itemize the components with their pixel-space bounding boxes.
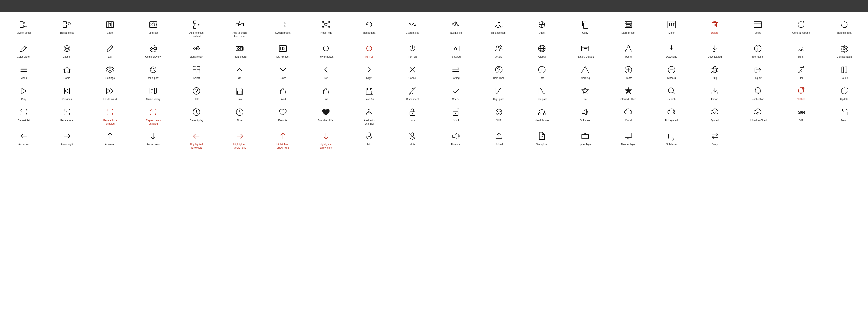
cabsim-icon	[62, 43, 72, 54]
music-library-label: Music library	[146, 98, 160, 101]
sorting-label: Sorting	[452, 77, 460, 80]
return-label: Return	[840, 119, 848, 122]
highlighted-arrow-left-icon	[192, 131, 201, 141]
time-label: Time	[237, 119, 242, 122]
add-to-chain-vertical-label: Add to chain vertical	[187, 31, 206, 38]
svg-line-161	[673, 92, 675, 94]
svg-rect-14	[193, 26, 196, 28]
svg-point-74	[237, 48, 240, 50]
svg-marker-83	[454, 47, 457, 50]
import-label: Import	[711, 98, 718, 101]
icon-cell-link: Link	[779, 61, 823, 83]
icon-cell-recent-play: Recent play	[175, 104, 218, 128]
repeat-list-icon	[19, 107, 28, 117]
repeat-one-label: Repeat one	[60, 119, 73, 122]
svg-line-100	[803, 50, 803, 51]
icon-cell-discard: Discard	[650, 61, 693, 83]
volumes-icon	[581, 107, 590, 117]
global-label: Global	[538, 55, 546, 59]
arrow-right-icon	[62, 131, 72, 141]
notification-label: Notification	[752, 98, 764, 101]
upload-to-cloud-icon	[753, 107, 763, 117]
icon-cell-swap: Swap	[693, 128, 736, 152]
svg-point-106	[150, 67, 156, 73]
factory-default-label: Factory Default	[577, 55, 594, 59]
users-icon	[624, 43, 633, 54]
reset-effect-label: Reset effect	[60, 31, 74, 35]
save-icon	[235, 86, 244, 96]
fastforward-label: Fastforward	[103, 98, 117, 101]
svg-line-61	[24, 47, 26, 48]
icon-cell-dsp-preset: DSP preset	[261, 40, 305, 61]
svg-line-66	[111, 47, 112, 48]
add-to-chain-vertical-icon	[192, 20, 201, 30]
svg-text:1: 1	[66, 111, 68, 114]
disconnect-label: Disconnect	[406, 98, 418, 101]
board-icon	[753, 20, 763, 30]
svg-rect-150	[238, 88, 241, 90]
deeper-layer-icon	[624, 131, 633, 141]
icon-cell-turn-off: Turn off	[347, 40, 391, 61]
header	[0, 0, 868, 12]
unlock-icon	[451, 107, 460, 117]
svg-rect-78	[280, 47, 282, 50]
svg-point-174	[412, 113, 413, 114]
create-icon	[624, 65, 633, 75]
mixer-icon	[667, 20, 676, 30]
recent-play-label: Recent play	[190, 119, 203, 122]
svg-rect-154	[368, 88, 370, 90]
liked-icon	[278, 86, 287, 96]
svg-rect-13	[193, 21, 196, 23]
icon-cell-notified: Notified	[779, 83, 823, 104]
icon-cell-low-pass: Low pass	[521, 83, 564, 104]
icon-cell-not-synced: Not synced	[650, 104, 693, 128]
assign-to-channel-icon	[365, 107, 374, 117]
favorite-irs-icon	[451, 20, 460, 30]
icon-cell-repeat-one: 1Repeat one	[45, 104, 89, 128]
svg-point-122	[498, 71, 499, 72]
icon-cell-save-as: Save As	[347, 83, 391, 104]
search-label: Search	[668, 98, 676, 101]
import-icon	[710, 86, 719, 96]
return-icon	[840, 107, 849, 117]
svg-rect-23	[279, 22, 283, 24]
icon-cell-upload: Upload	[477, 128, 521, 152]
icon-cell-delete: Delete	[693, 16, 736, 40]
select-label: Select	[193, 77, 200, 80]
icon-cell-highlighted-arrow-right2: Highlighted arrow right	[261, 128, 305, 152]
highlighted-arrow-right3-label: Highlighted arrow right	[316, 143, 336, 149]
svg-rect-206	[625, 133, 632, 138]
mixer-label: Mixer	[669, 31, 675, 35]
icon-cell-board: Board	[736, 16, 780, 40]
sorting-icon	[451, 65, 460, 75]
svg-rect-115	[197, 70, 200, 73]
icon-cell-chain-preview: Chain preview	[132, 40, 175, 61]
link-label: Link	[799, 77, 803, 80]
log-out-label: Log out	[753, 77, 762, 80]
down-label: Down	[280, 77, 286, 80]
download-icon	[667, 43, 676, 54]
repeat-list-enabled-label: Repeat list - enabled	[100, 119, 120, 125]
tuner-icon	[796, 43, 806, 54]
information-icon	[753, 43, 763, 54]
high-pass-icon	[494, 86, 503, 96]
headphones-icon	[537, 107, 547, 117]
copy-icon	[581, 20, 590, 30]
warning-label: Warning	[581, 77, 590, 80]
repeat-one-enabled-icon: 1	[149, 107, 158, 117]
info-icon	[537, 65, 547, 75]
upload-label: Upload	[495, 143, 503, 146]
upload-to-cloud-label: Upload to Cloud	[749, 119, 767, 122]
unlock-label: Unlock	[452, 119, 460, 122]
turn-on-label: Turn on	[408, 55, 417, 59]
icon-cell-fastforward: Fastforward	[89, 83, 132, 104]
icon-cell-store-preset: Store preset	[607, 16, 650, 40]
icon-cell-featured: Featured	[434, 40, 477, 61]
svg-point-29	[328, 26, 330, 28]
previous-icon	[62, 86, 72, 96]
select-icon	[192, 65, 201, 75]
xlr-label: XLR	[496, 119, 501, 122]
icon-cell-unmute: Unmute	[434, 128, 477, 152]
starred-filled-label: Starred - filled	[620, 98, 637, 101]
icon-cell-custom-irs: Custom IRs	[391, 16, 434, 40]
